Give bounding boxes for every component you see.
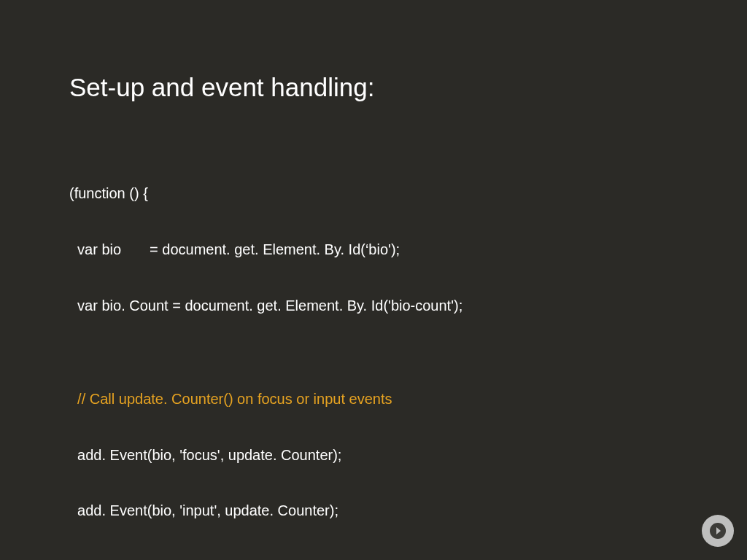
code-line: var bio = document. get. Element. By. Id… xyxy=(69,241,678,260)
next-button[interactable] xyxy=(702,515,734,547)
code-line: (function () { xyxy=(69,184,678,203)
slide-title: Set-up and event handling: xyxy=(69,73,678,102)
arrow-right-icon xyxy=(709,522,727,540)
code-line: add. Event(bio, 'input', update. Counter… xyxy=(69,502,678,521)
code-comment: // Call update. Counter() on focus or in… xyxy=(69,390,678,409)
slide: Set-up and event handling: (function () … xyxy=(0,0,747,560)
code-block: (function () { var bio = document. get. … xyxy=(69,147,678,560)
code-line: var bio. Count = document. get. Element.… xyxy=(69,297,678,316)
code-line: add. Event(bio, 'focus', update. Counter… xyxy=(69,446,678,465)
